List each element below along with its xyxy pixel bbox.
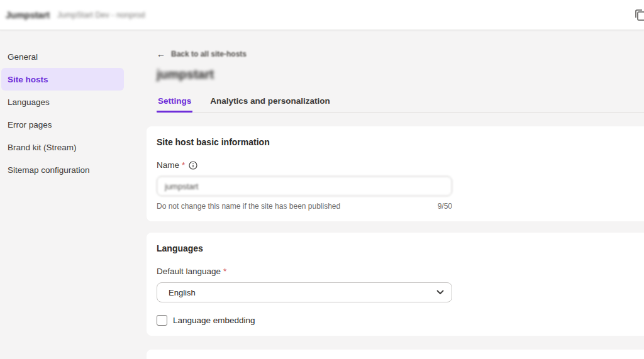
sidebar-item-languages[interactable]: Languages: [1, 91, 124, 113]
back-link-label: Back to all site-hosts: [171, 50, 247, 58]
tab-settings[interactable]: Settings: [157, 94, 192, 113]
name-field-label: Name *: [157, 160, 644, 170]
language-embedding-row[interactable]: Language embedding: [157, 315, 255, 326]
chevron-down-icon: [436, 290, 444, 295]
info-icon[interactable]: [189, 161, 197, 170]
sidebar-item-label: Error pages: [8, 120, 52, 130]
section-heading-basic-info: Site host basic information: [157, 137, 644, 148]
app-header: Jumpstart JumpStart Dev - nonprod: [0, 0, 644, 30]
sidebar-item-site-hosts[interactable]: Site hosts: [1, 68, 124, 91]
required-marker: *: [182, 160, 185, 170]
copy-icon[interactable]: [633, 9, 644, 23]
sidebar-item-general[interactable]: General: [1, 45, 124, 68]
tab-analytics-personalization[interactable]: Analytics and personalization: [209, 94, 331, 113]
sidebar-item-label: Languages: [8, 97, 50, 107]
settings-sidebar: General Site hosts Languages Error pages…: [0, 30, 124, 181]
sidebar-item-error-pages[interactable]: Error pages: [1, 113, 124, 136]
brand-logo-text[interactable]: Jumpstart: [6, 10, 50, 20]
language-embedding-label: Language embedding: [173, 315, 255, 326]
name-label-text: Name: [157, 160, 179, 170]
sidebar-item-label: Brand kit (Stream): [8, 143, 77, 152]
char-counter: 9/50: [438, 202, 452, 211]
sidebar-item-brand-kit[interactable]: Brand kit (Stream): [1, 136, 124, 158]
languages-card: Languages Default language * English Lan…: [147, 233, 644, 336]
back-link[interactable]: ← Back to all site-hosts: [157, 49, 247, 59]
sidebar-item-label: General: [8, 52, 38, 62]
environment-label[interactable]: JumpStart Dev - nonprod: [57, 11, 145, 19]
page-body: General Site hosts Languages Error pages…: [0, 30, 644, 359]
sidebar-item-sitemap-configuration[interactable]: Sitemap configuration: [1, 158, 124, 181]
section-heading-languages: Languages: [157, 243, 644, 254]
name-helper-row: Do not change this name if the site has …: [157, 202, 452, 211]
name-helper-text: Do not change this name if the site has …: [157, 202, 340, 211]
selected-language-value: English: [169, 288, 196, 297]
default-language-label: Default language *: [157, 267, 644, 277]
page-title: jumpstart: [157, 66, 644, 82]
site-host-basic-info-card: Site host basic information Name * Do no…: [147, 126, 644, 221]
tab-bar: Settings Analytics and personalization: [157, 94, 644, 113]
required-marker: *: [223, 267, 226, 277]
sidebar-item-label: Site hosts: [8, 75, 48, 84]
configuration-card: Configuration: [147, 350, 644, 359]
name-input[interactable]: [157, 176, 452, 196]
language-embedding-checkbox[interactable]: [157, 315, 167, 326]
default-language-label-text: Default language: [157, 267, 221, 277]
default-language-select[interactable]: English: [157, 282, 452, 302]
main-content: ← Back to all site-hosts jumpstart Setti…: [147, 30, 644, 359]
back-arrow-icon: ←: [157, 49, 165, 59]
sidebar-item-label: Sitemap configuration: [8, 165, 90, 175]
